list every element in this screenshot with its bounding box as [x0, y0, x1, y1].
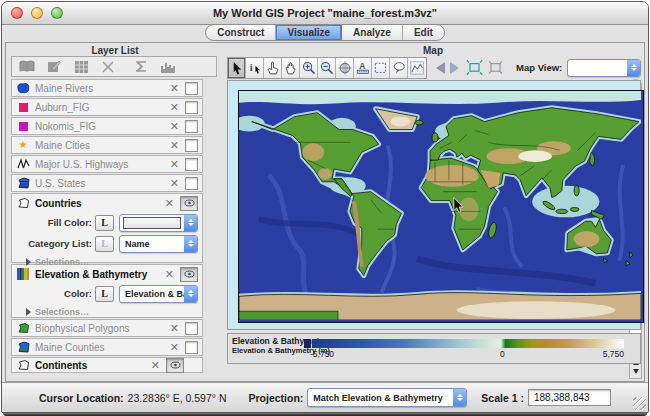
content-area: Layer List Maine Rivers ✕ [5, 42, 645, 382]
layer-row-auburn-fig[interactable]: Auburn_FIG ✕ [11, 98, 203, 116]
screenshot-stage: My World GIS Project "maine_forest.m3vz"… [0, 0, 650, 416]
layer-row-maine-rivers[interactable]: Maine Rivers ✕ [11, 79, 203, 97]
delete-layer-button[interactable]: ✕ [170, 159, 179, 170]
pan-hand-icon[interactable] [282, 58, 300, 78]
projection-popup[interactable]: Match Elevation & Bathymetry [307, 388, 467, 407]
sum-icon[interactable] [132, 59, 150, 74]
legend-max-label: 5,750 [603, 349, 624, 359]
popup-stepper-icon [184, 215, 197, 231]
delete-layer-button[interactable]: ✕ [170, 323, 179, 334]
mode-tab-row: Construct Visualize Analyze Edit [2, 24, 648, 41]
visibility-checkbox[interactable] [185, 341, 198, 354]
scale-input[interactable]: 188,388,843 [528, 389, 611, 406]
delete-layer-button[interactable]: ✕ [151, 360, 160, 371]
visibility-eye-button[interactable] [166, 358, 184, 373]
layer-name: Auburn_FIG [35, 102, 166, 113]
visibility-checkbox[interactable] [185, 177, 198, 190]
visibility-checkbox[interactable] [185, 139, 198, 152]
delete-layer-button[interactable]: ✕ [170, 121, 179, 132]
visibility-eye-button[interactable] [180, 267, 198, 282]
scale-label: Scale 1 : [481, 392, 524, 404]
visibility-checkbox[interactable] [185, 158, 198, 171]
delete-layer-button[interactable]: ✕ [170, 83, 179, 94]
measure-ruler-icon[interactable]: A [354, 58, 372, 78]
title-bar[interactable]: My World GIS Project "maine_forest.m3vz" [2, 2, 648, 25]
legend-button[interactable]: L [95, 286, 114, 302]
fill-color-popup[interactable] [119, 214, 198, 232]
tab-visualize[interactable]: Visualize [276, 25, 342, 40]
cursor-location-label: Cursor Location: [39, 392, 124, 404]
layer-list-toolbar [11, 56, 217, 77]
legend-nodata-swatch [304, 339, 311, 348]
delete-layer-button[interactable]: ✕ [170, 178, 179, 189]
map-view-label: Map View: [516, 62, 562, 73]
back-arrow-icon[interactable] [436, 62, 445, 74]
marquee-select-icon[interactable] [372, 58, 390, 78]
callout-label-icon[interactable] [390, 58, 408, 78]
map-canvas[interactable] [227, 80, 641, 330]
outline-polygon-icon [16, 197, 30, 210]
eye-icon [170, 361, 181, 369]
scroll-down-icon[interactable] [633, 369, 639, 374]
resize-grip[interactable] [633, 397, 646, 410]
color-ramp-popup[interactable]: Elevation & Bathy… [119, 285, 198, 303]
tab-edit[interactable]: Edit [403, 25, 444, 40]
delete-layer-button[interactable]: ✕ [165, 269, 174, 280]
minimize-window-button[interactable] [31, 7, 43, 19]
histogram-icon[interactable] [159, 59, 177, 74]
globe-center-icon[interactable] [336, 58, 354, 78]
zoom-to-extent-icon[interactable] [466, 60, 483, 76]
table-icon[interactable] [72, 59, 90, 74]
delete-layer-button[interactable]: ✕ [170, 140, 179, 151]
selections-disclosure[interactable]: Selections… [16, 304, 198, 319]
legend-button[interactable]: L [95, 215, 114, 231]
map-view-value [568, 60, 627, 76]
fill-color-swatch [123, 217, 181, 229]
map-view-popup[interactable] [567, 59, 641, 77]
open-book-icon[interactable] [18, 59, 36, 74]
legend-subtitle: Elevation & Bathymetry (m) [232, 346, 304, 355]
layer-row-major-us-highways[interactable]: Major U.S. Highways ✕ [11, 155, 203, 173]
zoom-in-icon[interactable] [300, 58, 318, 78]
select-arrow-icon[interactable] [228, 58, 246, 78]
edit-layer-icon[interactable] [45, 59, 63, 74]
fill-color-label: Fill Color: [16, 217, 92, 228]
tab-construct[interactable]: Construct [206, 25, 276, 40]
legend-color-ramp [312, 339, 624, 348]
layer-row-us-states[interactable]: U.S. States ✕ [11, 174, 203, 192]
zoom-out-icon[interactable] [318, 58, 336, 78]
visibility-checkbox[interactable] [185, 322, 198, 335]
visibility-eye-button[interactable] [180, 196, 198, 211]
zoom-to-selection-icon[interactable] [487, 60, 504, 76]
layer-row-continents[interactable]: Continents ✕ [11, 357, 203, 373]
forward-arrow-icon[interactable] [450, 62, 459, 74]
map-panel-title: Map [224, 45, 642, 56]
layer-row-biophysical-polygons[interactable]: Biophysical Polygons ✕ [11, 319, 203, 337]
layer-row-maine-cities[interactable]: ★ Maine Cities ✕ [11, 136, 203, 154]
delete-layer-button[interactable]: ✕ [170, 102, 179, 113]
visibility-checkbox[interactable] [185, 120, 198, 133]
delete-icon[interactable] [99, 59, 117, 74]
layer-row-nokomis-fig[interactable]: Nokomis_FIG ✕ [11, 117, 203, 135]
layer-name: Elevation & Bathymetry [35, 269, 161, 280]
layer-row-countries[interactable]: Countries ✕ Fill Color: L Category List:… [11, 193, 203, 263]
visibility-checkbox[interactable] [185, 101, 198, 114]
green-polygon-icon [16, 322, 30, 335]
category-list-popup[interactable]: Name [119, 235, 198, 253]
layer-row-elevation-bathymetry[interactable]: Elevation & Bathymetry ✕ Color: L Elevat… [11, 264, 203, 318]
zoom-window-button[interactable] [51, 7, 63, 19]
popup-stepper-icon [184, 236, 197, 252]
svg-text:i: i [250, 62, 253, 73]
line-graph-icon[interactable] [408, 58, 426, 78]
visibility-checkbox[interactable] [185, 82, 198, 95]
outline-polygon-icon [16, 359, 30, 372]
delete-layer-button[interactable]: ✕ [170, 342, 179, 353]
info-pointer-icon[interactable]: i [246, 58, 264, 78]
delete-layer-button[interactable]: ✕ [165, 198, 174, 209]
close-window-button[interactable] [11, 7, 23, 19]
layer-name: U.S. States [35, 178, 166, 189]
point-hand-icon[interactable] [264, 58, 282, 78]
tab-analyze[interactable]: Analyze [342, 25, 403, 40]
layer-row-maine-counties[interactable]: Maine Counties ✕ [11, 338, 203, 356]
world-map-raster[interactable] [238, 90, 644, 323]
